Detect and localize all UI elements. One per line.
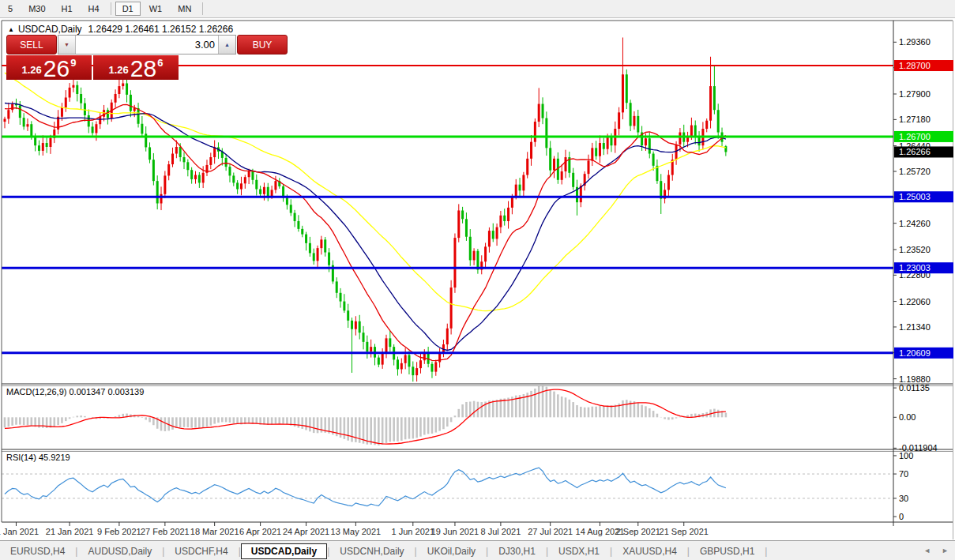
toolbar-separator — [202, 2, 203, 15]
rsi-indicator-label: RSI(14) 45.9219 — [6, 453, 70, 462]
date-tick-label: 2 Sep 2021 — [616, 527, 660, 536]
tab-usdcad-daily[interactable]: USDCAD,Daily — [241, 543, 327, 559]
date-tick-label: 19 Jun 2021 — [431, 527, 479, 536]
lot-size-input[interactable] — [76, 36, 218, 54]
collapse-triangle-icon[interactable]: ▲ — [8, 26, 14, 33]
price-tick-label: 1.23520 — [899, 245, 931, 254]
timeframe-button-D1[interactable]: D1 — [115, 2, 141, 16]
date-tick-label: 13 May 2021 — [331, 527, 382, 536]
tab-scroll-arrows: ◄► — [912, 547, 949, 554]
lot-increase-button[interactable]: ▲ — [218, 36, 235, 54]
buy-price-display[interactable]: 1.26 28 6 — [93, 55, 179, 80]
date-tick-label: 18 Mar 2021 — [190, 527, 239, 536]
date-tick-label: 27 Feb 2021 — [141, 527, 190, 536]
timeframe-button-H4[interactable]: H4 — [81, 2, 107, 16]
tab-gbpusd-h1[interactable]: GBPUSD,H1 — [690, 543, 765, 559]
buy-button[interactable]: BUY — [237, 35, 288, 54]
rsi-tick-label: 70 — [899, 469, 908, 479]
date-tick-label: 27 Jul 2021 — [528, 527, 573, 536]
price-level-badge-label: 1.25003 — [899, 192, 931, 201]
tab-separator: | — [765, 546, 767, 557]
price-level-badge-label: 1.23003 — [899, 263, 931, 272]
chart-title-bar: ▲USDCAD,Daily1.26429 1.26461 1.26152 1.2… — [8, 24, 233, 35]
chart-symbol-title: USDCAD,Daily — [18, 24, 82, 35]
rsi-tick-label: 30 — [899, 494, 908, 503]
tab-dj30-h1[interactable]: DJ30,H1 — [488, 543, 546, 559]
date-axis: 1 Jan 202121 Jan 20219 Feb 202127 Feb 20… — [0, 527, 955, 539]
tab-usdx-h1[interactable]: USDX,H1 — [548, 543, 610, 559]
price-level-badge-label: 1.26700 — [899, 132, 931, 141]
one-click-trading-panel: SELL ▼ ▲ BUY 1.26 26 9 1.26 28 6 — [6, 35, 179, 80]
price-tick-label: 1.25720 — [899, 167, 931, 176]
price-level-badge-label: 1.26266 — [899, 147, 931, 156]
lot-size-stepper: ▼ ▲ — [58, 35, 236, 54]
timeframe-button-M30[interactable]: M30 — [21, 2, 52, 16]
macd-tick-label: 0.00 — [899, 412, 916, 422]
sell-price-pip: 9 — [70, 57, 76, 69]
buy-price-pip: 6 — [157, 57, 163, 69]
macd-tick-label: 0.01135 — [899, 383, 930, 393]
date-tick-label: 21 Jan 2021 — [46, 527, 94, 536]
price-tick-label: 1.24260 — [899, 219, 931, 228]
rsi-tick-label: 100 — [899, 451, 913, 460]
chart-ohlc-values: 1.26429 1.26461 1.26152 1.26266 — [88, 24, 234, 35]
price-tick-label: 1.27900 — [899, 89, 931, 99]
timeframe-toolbar: 5M30H1H4D1W1MN — [0, 0, 955, 18]
tab-usdchf-h4[interactable]: USDCHF,H4 — [164, 543, 238, 559]
price-tick-label: 1.22060 — [899, 297, 931, 306]
price-tick-label: 1.27180 — [899, 115, 931, 124]
date-tick-label: 24 Apr 2021 — [283, 527, 329, 536]
date-tick-label: 8 Jul 2021 — [481, 527, 521, 536]
tab-scroll-left-icon[interactable]: ◄ — [923, 547, 931, 554]
sell-button[interactable]: SELL — [6, 35, 57, 54]
sell-price-display[interactable]: 1.26 26 9 — [6, 55, 92, 80]
price-level-badge-label: 1.20609 — [899, 348, 931, 358]
tab-scroll-right-icon[interactable]: ► — [942, 547, 949, 554]
price-tick-label: 1.19880 — [899, 374, 931, 384]
lot-decrease-button[interactable]: ▼ — [58, 36, 76, 54]
price-level-badge-label: 1.28700 — [899, 61, 931, 70]
symbol-tab-bar: EURUSD,H4|AUDUSD,Daily|USDCHF,H4|USDCAD,… — [0, 540, 955, 560]
buy-price-prefix: 1.26 — [109, 64, 129, 76]
tab-audusd-daily[interactable]: AUDUSD,Daily — [77, 543, 162, 559]
date-tick-label: 21 Sep 2021 — [660, 527, 709, 536]
price-tick-label: 1.29360 — [899, 37, 931, 47]
rsi-tick-label: 0 — [899, 512, 904, 521]
timeframe-button-5[interactable]: 5 — [1, 2, 20, 16]
date-tick-label: 1 Jan 2021 — [0, 527, 39, 536]
timeframe-button-MN[interactable]: MN — [171, 2, 198, 16]
date-tick-label: 6 Apr 2021 — [239, 527, 281, 536]
macd-indicator-label: MACD(12,26,9) 0.001347 0.003139 — [6, 387, 144, 397]
timeframe-button-H1[interactable]: H1 — [55, 2, 80, 16]
tab-xauusd-h4[interactable]: XAUUSD,H4 — [612, 543, 687, 559]
sell-price-prefix: 1.26 — [22, 64, 42, 76]
date-tick-label: 1 Jun 2021 — [392, 527, 434, 536]
sell-price-big: 26 — [43, 58, 70, 79]
tab-eurusd-h4[interactable]: EURUSD,H4 — [0, 543, 75, 559]
tab-ukoil-daily[interactable]: UKOil,Daily — [417, 543, 486, 559]
timeframe-button-W1[interactable]: W1 — [142, 2, 170, 16]
toolbar-separator — [111, 2, 111, 15]
tab-usdcnh-daily[interactable]: USDCNH,Daily — [329, 543, 414, 559]
price-tick-label: 1.21340 — [899, 322, 931, 332]
date-tick-label: 9 Feb 2021 — [97, 527, 141, 536]
buy-price-big: 28 — [130, 58, 156, 79]
